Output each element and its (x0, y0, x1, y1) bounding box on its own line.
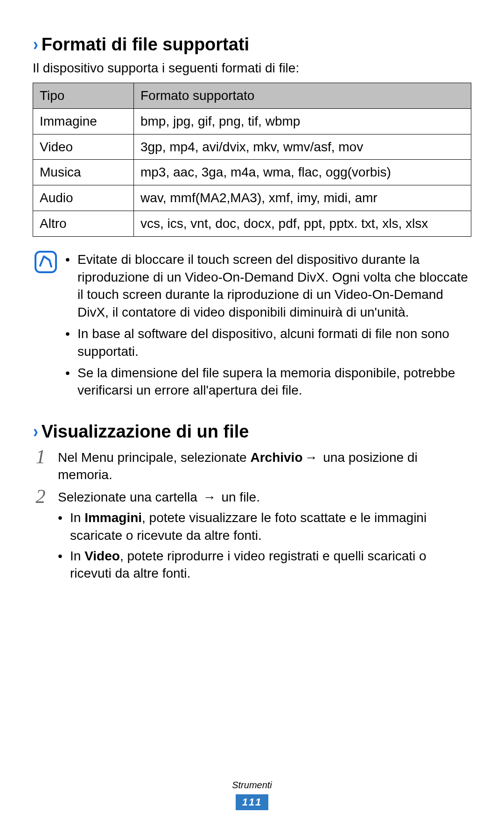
note-icon (35, 251, 57, 273)
step-1: 1 Nel Menu principale, selezionate Archi… (33, 447, 471, 484)
step-body: Selezionate una cartella → un file. In I… (58, 487, 471, 585)
note-item: In base al software del dispositivo, alc… (65, 325, 469, 360)
table-header-cell: Formato supportato (133, 83, 471, 109)
step-2: 2 Selezionate una cartella → un file. In… (33, 487, 471, 585)
table-header-row: Tipo Formato supportato (33, 83, 471, 109)
chevron-icon: › (33, 33, 38, 57)
table-cell: vcs, ics, vnt, doc, docx, pdf, ppt, pptx… (133, 211, 471, 237)
table-row: Video 3gp, mp4, avi/dvix, mkv, wmv/asf, … (33, 134, 471, 160)
table-cell: 3gp, mp4, avi/dvix, mkv, wmv/asf, mov (133, 134, 471, 160)
arrow-icon: → (203, 488, 216, 506)
footer-label: Strumenti (0, 779, 504, 792)
table-cell: Musica (33, 160, 134, 185)
table-header-cell: Tipo (33, 83, 134, 109)
heading-text: Visualizzazione di un file (42, 422, 249, 441)
text: , potete riprodurre i video registrati e… (70, 549, 427, 581)
table-cell: Video (33, 134, 134, 160)
arrow-icon: → (304, 449, 317, 467)
sub-bullet-list: In Immagini, potete visualizzare le foto… (58, 509, 471, 582)
text: In (70, 510, 84, 525)
table-cell: wav, mmf(MA2,MA3), xmf, imy, midi, amr (133, 185, 471, 211)
table-cell: mp3, aac, 3ga, m4a, wma, flac, ogg(vorbi… (133, 160, 471, 185)
text: Nel Menu principale, selezionate (58, 450, 250, 465)
step-body: Nel Menu principale, selezionate Archivi… (58, 447, 471, 484)
chevron-icon: › (33, 420, 38, 444)
sub-bullet: In Immagini, potete visualizzare le foto… (58, 509, 471, 544)
table-cell: Altro (33, 211, 134, 237)
step-number: 1 (33, 447, 49, 484)
table-cell: bmp, jpg, gif, png, tif, wbmp (133, 108, 471, 134)
step-number: 2 (33, 487, 49, 585)
text: un file. (218, 490, 260, 504)
intro-text: Il dispositivo supporta i seguenti forma… (33, 59, 471, 77)
note-item: Evitate di bloccare il touch screen del … (65, 251, 469, 321)
table-row: Immagine bmp, jpg, gif, png, tif, wbmp (33, 108, 471, 134)
table-row: Musica mp3, aac, 3ga, m4a, wma, flac, og… (33, 160, 471, 185)
table-row: Altro vcs, ics, vnt, doc, docx, pdf, ppt… (33, 211, 471, 237)
bold: Video (84, 549, 120, 563)
note-block: Evitate di bloccare il touch screen del … (33, 251, 471, 403)
text: In (70, 549, 84, 563)
section-heading: ›Formati di file supportati (33, 33, 471, 57)
formats-table: Tipo Formato supportato Immagine bmp, jp… (33, 83, 471, 237)
bold: Immagini (84, 510, 142, 525)
table-cell: Audio (33, 185, 134, 211)
note-list: Evitate di bloccare il touch screen del … (65, 251, 469, 403)
page-number: 111 (236, 794, 269, 810)
text: Selezionate una cartella (58, 490, 201, 504)
sub-bullet: In Video, potete riprodurre i video regi… (58, 547, 471, 583)
table-row: Audio wav, mmf(MA2,MA3), xmf, imy, midi,… (33, 185, 471, 211)
section-heading: ›Visualizzazione di un file (33, 420, 471, 444)
footer: Strumenti 111 (0, 779, 504, 810)
heading-text: Formati di file supportati (42, 35, 249, 54)
svg-rect-0 (35, 252, 56, 272)
note-item: Se la dimensione del file supera la memo… (65, 364, 469, 400)
table-cell: Immagine (33, 108, 134, 134)
bold: Archivio (250, 450, 302, 465)
